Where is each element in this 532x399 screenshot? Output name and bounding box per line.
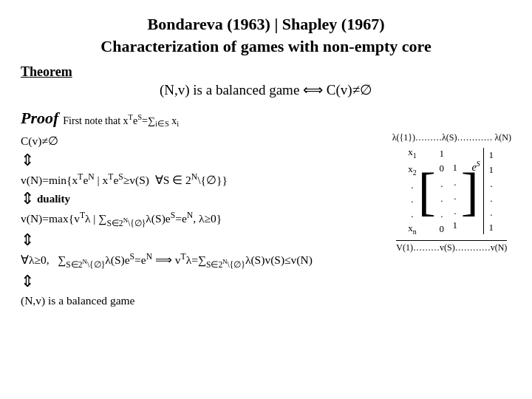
x-labels-col: x1 x2 . . . xn <box>408 145 418 237</box>
proof-content: C(v)≠∅ ⇕ v(N)=min{xTeN | xTeS≥v(S) ∀S ∈ … <box>21 132 511 309</box>
cSr5: . <box>451 204 460 219</box>
matrix-col1: 1 0 . . . 0 <box>437 146 446 236</box>
id-r2: 1 <box>487 163 496 177</box>
id-r6: 1 <box>487 220 496 235</box>
xlabel-x1: x1 <box>408 145 417 161</box>
vn-max-line: v(N)=max{vTλ | ∑S∈2N\{∅}λ(S)eS=eN, λ≥0} <box>21 209 341 230</box>
theorem-body: (N,v) is a balanced game ⟺ C(v)≠∅ <box>21 81 511 98</box>
header: Bondareva (1963) | Shapley (1967) Charac… <box>21 13 511 57</box>
matrix-footer: V(1)………v(S)…………v(N) <box>396 240 507 253</box>
c1r3: . <box>437 177 446 191</box>
arrow4: ⇕ <box>21 273 341 290</box>
c1r4: . <box>437 191 446 206</box>
arrow2: ⇕ <box>21 190 34 208</box>
cSr2: 1 <box>451 160 460 175</box>
page: Bondareva (1963) | Shapley (1967) Charac… <box>0 0 532 399</box>
matrix-inner: 1 0 . . . 0 1 . <box>437 146 460 236</box>
duality-label: duality <box>37 191 70 208</box>
balanced-line: (N,v) is a balanced game <box>21 292 341 309</box>
vn-min-line: v(N)=min{xTeN | xTeS≥v(S) ∀S ∈ 2N\{∅}} <box>21 171 341 188</box>
arrow1: ⇕ <box>21 151 341 169</box>
es-annotation: eS <box>471 160 480 174</box>
c1r6: 0 <box>437 222 446 236</box>
cSr1 <box>451 146 460 161</box>
matrix-wrapper: x1 x2 . . . xn [ 1 0 <box>408 145 496 237</box>
header-title: Bondareva (1963) | Shapley (1967) Charac… <box>21 13 511 57</box>
identity-col: 1 1 . . . 1 <box>483 148 496 234</box>
c1r1: 1 <box>437 146 446 161</box>
brace-left: [ <box>418 165 436 218</box>
header-line2: Characterization of games with non-empty… <box>100 37 431 55</box>
id-r5: . <box>487 205 496 220</box>
proof-label: Proof <box>21 109 58 128</box>
matrix-colS: 1 . . . 1 eS <box>451 146 460 236</box>
xlabel-xn: xn <box>408 221 417 237</box>
header-line1: Bondareva (1963) | Shapley (1967) <box>147 15 384 33</box>
arrow3: ⇕ <box>21 231 341 249</box>
theorem-label: Theorem <box>21 64 72 80</box>
xlabel-dot3: . <box>408 207 417 222</box>
c1r5: . <box>437 207 446 222</box>
matrix-block: λ({1})………λ(S)………… λ(N) x1 x2 . . . xn [ <box>392 132 511 253</box>
id-r4: . <box>487 191 496 206</box>
matrix-header: λ({1})………λ(S)………… λ(N) <box>392 132 511 143</box>
cSr3: . <box>451 175 460 190</box>
theorem-section: Theorem (N,v) is a balanced game ⟺ C(v)≠… <box>21 64 511 106</box>
c1r2: 0 <box>437 161 446 176</box>
id-r1: 1 <box>487 148 496 163</box>
arrow2-duality: ⇕ duality <box>21 190 341 208</box>
proof-right: λ({1})………λ(S)………… λ(N) x1 x2 . . . xn [ <box>349 132 511 253</box>
xlabel-x2: x2 <box>408 162 417 178</box>
proof-section: Proof First note that xTeS=∑i∈S xi C(v)≠… <box>21 109 511 392</box>
proof-header: Proof First note that xTeS=∑i∈S xi <box>21 109 511 128</box>
xlabel-dot2: . <box>408 192 417 207</box>
proof-note: First note that xTeS=∑i∈S xi <box>63 113 179 128</box>
cSr6: 1 <box>451 218 460 233</box>
cSr4: . <box>451 189 460 204</box>
cvne-line: C(v)≠∅ <box>21 132 341 149</box>
proof-left: C(v)≠∅ ⇕ v(N)=min{xTeN | xTeS≥v(S) ∀S ∈ … <box>21 132 341 309</box>
xlabel-dot1: . <box>408 178 417 193</box>
forall-line: ∀λ≥0, ∑S∈2N\{∅}λ(S)eS=eN ⟹ vTλ=∑S∈2N\{∅}… <box>21 250 341 271</box>
id-r3: . <box>487 177 496 191</box>
